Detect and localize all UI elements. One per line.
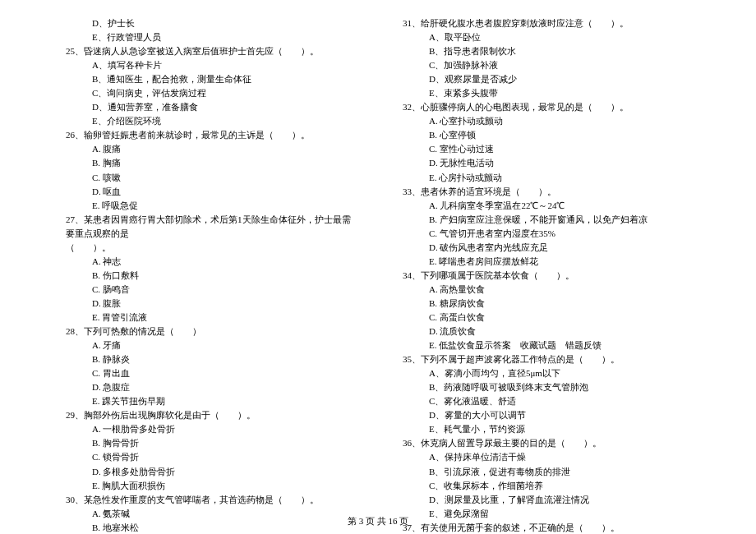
- option-text: D. 急腹症: [66, 380, 353, 394]
- option-text: B、通知医生，配合抢救，测量生命体征: [66, 72, 353, 86]
- question-text: 31、给肝硬化腹水患者腹腔穿刺放液时应注意（ ）。: [403, 16, 690, 30]
- option-text: D、测尿量及比重，了解肾血流灌注情况: [403, 493, 690, 507]
- option-text: E、行政管理人员: [66, 30, 353, 44]
- option-text: D. 多根多处肋骨骨折: [66, 465, 353, 479]
- option-text: E. 胸肌大面积损伤: [66, 479, 353, 493]
- option-text: E. 低盐饮食显示答案 收藏试题 错题反馈: [403, 338, 690, 352]
- question-text: 34、下列哪项属于医院基本饮食（ ）。: [403, 269, 690, 283]
- option-text: B. 静脉炎: [66, 352, 353, 366]
- option-text: C. 胃出血: [66, 366, 353, 380]
- option-text: C、询问病史，评估发病过程: [66, 86, 353, 100]
- question-text: 29、胸部外伤后出现胸廓软化是由于（ ）。: [66, 408, 353, 422]
- option-text: E、束紧多头腹带: [403, 86, 690, 100]
- option-text: C. 室性心动过速: [403, 142, 690, 156]
- option-text: C、加强静脉补液: [403, 58, 690, 72]
- option-text: C、收集尿标本，作细菌培养: [403, 479, 690, 493]
- question-text: 30、某急性发作重度的支气管哮喘者，其首选药物是（ ）。: [66, 493, 353, 507]
- option-text: E、介绍医院环境: [66, 114, 353, 128]
- question-text: 27、某患者因胃癌行胃大部切除术，术后第1天除生命体征外，护士最需要重点观察的是: [66, 213, 353, 241]
- option-text: E. 呼吸急促: [66, 199, 353, 213]
- option-text: B、指导患者限制饮水: [403, 44, 690, 58]
- option-text: D、通知营养室，准备膳食: [66, 100, 353, 114]
- option-text: A. 儿科病室冬季室温在22℃～24℃: [403, 199, 690, 213]
- option-text: A、保持床单位清洁干燥: [403, 450, 690, 464]
- right-column: 31、给肝硬化腹水患者腹腔穿刺放液时应注意（ ）。A、取平卧位B、指导患者限制饮…: [403, 16, 690, 489]
- option-text: D. 腹胀: [66, 297, 353, 311]
- option-text: A. 腹痛: [66, 142, 353, 156]
- option-text: C. 咳嗽: [66, 171, 353, 185]
- option-text: A、雾滴小而均匀，直径5μm以下: [403, 366, 690, 380]
- option-text: B、引流尿液，促进有毒物质的排泄: [403, 465, 690, 479]
- option-text: C. 肠鸣音: [66, 283, 353, 297]
- question-text: （ ）。: [66, 241, 353, 255]
- option-text: A. 神志: [66, 255, 353, 269]
- option-text: E. 哮喘患者房间应摆放鲜花: [403, 255, 690, 269]
- option-text: A. 一根肋骨多处骨折: [66, 422, 353, 436]
- option-text: D. 呕血: [66, 185, 353, 199]
- option-text: C、雾化液温暖、舒适: [403, 394, 690, 408]
- option-text: C. 气管切开患者室内湿度在35%: [403, 227, 690, 241]
- option-text: A. 高热量饮食: [403, 283, 690, 297]
- option-text: D、雾量的大小可以调节: [403, 408, 690, 422]
- question-text: 32、心脏骤停病人的心电图表现，最常见的是（ ）。: [403, 100, 690, 114]
- option-text: B. 胸骨骨折: [66, 436, 353, 450]
- option-text: B. 糖尿病饮食: [403, 297, 690, 311]
- option-text: B. 胸痛: [66, 156, 353, 170]
- question-text: 36、休克病人留置导尿最主要的目的是（ ）。: [403, 436, 690, 450]
- option-text: E. 踝关节扭伤早期: [66, 394, 353, 408]
- page-footer: 第 3 页 共 16 页: [0, 515, 756, 527]
- question-text: 33、患者休养的适宜环境是（ ）。: [403, 185, 690, 199]
- question-text: 35、下列不属于超声波雾化器工作特点的是（ ）。: [403, 352, 690, 366]
- option-text: E、耗气量小，节约资源: [403, 422, 690, 436]
- question-text: 26、输卵管妊娠患者前来就诊时，最常见的主诉是（ ）。: [66, 128, 353, 142]
- option-text: E. 心房扑动或颤动: [403, 171, 690, 185]
- option-text: D. 无脉性电活动: [403, 156, 690, 170]
- option-text: E. 胃管引流液: [66, 311, 353, 325]
- question-text: 28、下列可热敷的情况是（ ）: [66, 325, 353, 338]
- option-text: A. 牙痛: [66, 338, 353, 352]
- option-text: C. 高蛋白饮食: [403, 311, 690, 325]
- option-text: D、护士长: [66, 16, 353, 30]
- option-text: C. 锁骨骨折: [66, 450, 353, 464]
- option-text: D. 流质饮食: [403, 325, 690, 338]
- option-text: A、取平卧位: [403, 30, 690, 44]
- option-text: D、观察尿量是否减少: [403, 72, 690, 86]
- option-text: D. 破伤风患者室内光线应充足: [403, 241, 690, 255]
- option-text: A、填写各种卡片: [66, 58, 353, 72]
- option-text: B. 心室停顿: [403, 128, 690, 142]
- left-column: D、护士长E、行政管理人员25、昏迷病人从急诊室被送入病室后值班护士首先应（ ）…: [66, 16, 353, 489]
- question-text: 25、昏迷病人从急诊室被送入病室后值班护士首先应（ ）。: [66, 44, 353, 58]
- option-text: B. 产妇病室应注意保暖，不能开窗通风，以免产妇着凉: [403, 213, 690, 227]
- option-text: B. 伤口敷料: [66, 269, 353, 283]
- option-text: B、药液随呼吸可被吸到终末支气管肺泡: [403, 380, 690, 394]
- option-text: A. 心室扑动或颤动: [403, 114, 690, 128]
